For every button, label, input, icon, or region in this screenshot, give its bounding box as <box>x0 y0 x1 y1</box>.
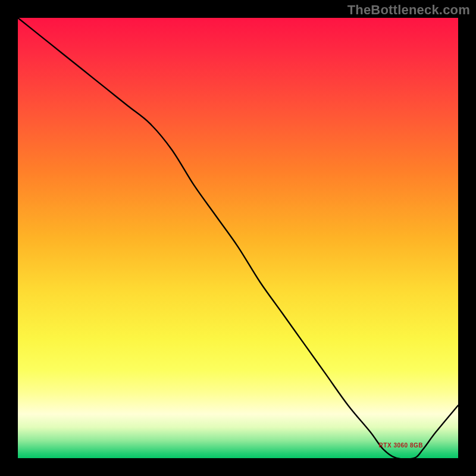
chart-container: TheBottleneck.com RTX 3060 8GB <box>0 0 476 476</box>
line-overlay: RTX 3060 8GB <box>18 18 458 458</box>
watermark-label: TheBottleneck.com <box>347 2 470 18</box>
annotation-label: RTX 3060 8GB <box>379 442 423 449</box>
bottleneck-curve <box>18 18 458 459</box>
plot-area: RTX 3060 8GB <box>18 18 458 458</box>
